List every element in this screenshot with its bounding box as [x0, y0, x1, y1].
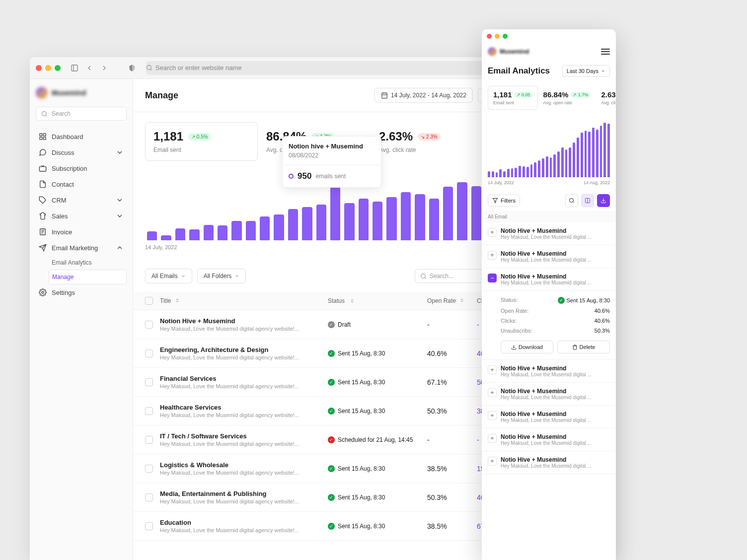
- chart-bar[interactable]: [373, 202, 382, 240]
- chart-bar[interactable]: [359, 199, 369, 240]
- chart-bar[interactable]: [585, 131, 587, 177]
- chart-bar[interactable]: [499, 169, 502, 177]
- col-title-header[interactable]: Title: [160, 297, 328, 304]
- chart-bar[interactable]: [515, 168, 517, 177]
- chart-bar[interactable]: [288, 209, 298, 240]
- chart-bar[interactable]: [553, 154, 556, 177]
- chart-bar[interactable]: [519, 166, 521, 177]
- chart-bar[interactable]: [302, 207, 312, 241]
- maximize-window-icon[interactable]: [55, 65, 61, 71]
- mobile-list-item[interactable]: + Notio Hive + Musemind Hey Maksud, Love…: [482, 428, 616, 451]
- filter-folders-button[interactable]: All Folders: [197, 269, 246, 283]
- chart-bar[interactable]: [588, 132, 591, 177]
- row-checkbox[interactable]: [145, 436, 153, 444]
- col-open-rate-header[interactable]: Open Rate: [427, 297, 477, 304]
- sidebar-item-contact[interactable]: Contact: [36, 176, 127, 192]
- chart-bar[interactable]: [557, 151, 560, 177]
- mobile-list-item[interactable]: + Notio Hive + Musemind Hey Maksud, Love…: [482, 451, 616, 474]
- sidebar-item-dashboard[interactable]: Dashboard: [36, 129, 127, 144]
- chart-bar[interactable]: [511, 168, 514, 177]
- chart-bar[interactable]: [603, 123, 606, 177]
- expand-button[interactable]: +: [488, 457, 497, 466]
- sidebar-search[interactable]: Search: [36, 107, 127, 121]
- chart-bar[interactable]: [218, 225, 227, 240]
- chart-bar[interactable]: [415, 194, 425, 240]
- mobile-stat-card[interactable]: 2.63Avg. cli: [596, 86, 616, 110]
- chart-bar[interactable]: [577, 138, 579, 177]
- expand-button[interactable]: −: [488, 274, 497, 282]
- expand-button[interactable]: +: [488, 251, 497, 260]
- filters-button[interactable]: Filters: [488, 195, 520, 207]
- close-window-icon[interactable]: [36, 65, 42, 71]
- chart-bar[interactable]: [246, 221, 256, 240]
- chart-bar[interactable]: [534, 162, 536, 177]
- chart-bar[interactable]: [561, 147, 564, 177]
- chart-bar[interactable]: [344, 203, 354, 240]
- chart-bar[interactable]: [550, 157, 552, 177]
- row-checkbox[interactable]: [145, 378, 153, 386]
- chart-bar[interactable]: [488, 171, 490, 177]
- mobile-list-item[interactable]: + Notio Hive + Musemind Hey Maksud, Love…: [482, 222, 616, 245]
- row-checkbox[interactable]: [145, 493, 153, 501]
- expand-button[interactable]: +: [488, 228, 497, 237]
- chart-bar[interactable]: [492, 171, 494, 177]
- sidebar-item-email-analytics[interactable]: Email Analytics: [49, 256, 127, 270]
- chart-bar[interactable]: [507, 169, 510, 177]
- date-filter-button[interactable]: Last 30 Days: [562, 65, 610, 77]
- mobile-list-item[interactable]: + Notio Hive + Musemind Hey Maksud, Love…: [482, 360, 616, 383]
- mobile-list-item[interactable]: + Notio Hive + Musemind Hey Maksud, Love…: [482, 406, 616, 428]
- date-range-button[interactable]: 14 July, 2022 - 14 Aug, 2022: [374, 88, 473, 103]
- expand-button[interactable]: +: [488, 411, 497, 420]
- sidebar-item-subscription[interactable]: Subscription: [36, 160, 127, 176]
- chart-bar[interactable]: [546, 156, 548, 177]
- sidebar-item-invoice[interactable]: Invoice: [36, 224, 127, 240]
- chart-bar[interactable]: [204, 225, 214, 241]
- download-button[interactable]: [597, 194, 610, 207]
- mobile-list-item[interactable]: + Notio Hive + Musemind Hey Maksud, Love…: [482, 245, 616, 268]
- chart-bar[interactable]: [471, 186, 481, 241]
- chart-bar[interactable]: [161, 235, 171, 240]
- chart-bar[interactable]: [231, 221, 241, 240]
- chart-bar[interactable]: [530, 164, 533, 177]
- search-button[interactable]: [565, 194, 578, 207]
- shield-icon[interactable]: [128, 64, 136, 72]
- row-checkbox[interactable]: [145, 350, 153, 357]
- chart-bar[interactable]: [569, 147, 571, 177]
- sidebar-item-settings[interactable]: Settings: [36, 284, 127, 300]
- chart-bar[interactable]: [443, 187, 453, 240]
- chart-bar[interactable]: [189, 229, 199, 241]
- sidebar-item-discuss[interactable]: Discuss: [36, 144, 127, 160]
- minimize-window-icon[interactable]: [495, 34, 500, 39]
- columns-button[interactable]: [581, 194, 594, 207]
- sidebar-item-crm[interactable]: CRM: [36, 192, 127, 208]
- mobile-stat-card[interactable]: 86.84%↗ 1.7%Avg. open rate: [538, 86, 596, 110]
- chart-bar[interactable]: [503, 171, 506, 177]
- chart-bar[interactable]: [175, 228, 185, 240]
- select-all-checkbox[interactable]: [145, 297, 153, 305]
- chart-bar[interactable]: [573, 142, 575, 177]
- back-icon[interactable]: [85, 64, 93, 72]
- chart-bar[interactable]: [147, 231, 157, 240]
- row-checkbox[interactable]: [145, 522, 153, 530]
- chart-bar[interactable]: [523, 166, 525, 177]
- col-status-header[interactable]: Status: [328, 297, 427, 304]
- maximize-window-icon[interactable]: [503, 34, 508, 39]
- chart-bar[interactable]: [538, 160, 540, 177]
- chart-bar[interactable]: [596, 130, 598, 177]
- chart-bar[interactable]: [592, 128, 595, 177]
- chart-bar[interactable]: [260, 216, 270, 240]
- row-checkbox[interactable]: [145, 321, 153, 329]
- sidebar-toggle-icon[interactable]: [71, 64, 78, 72]
- mobile-stat-card[interactable]: 1,181↗ 0.05Email sent: [488, 86, 538, 110]
- stat-card[interactable]: 1,181↗ 0.5%Email sent: [145, 122, 258, 161]
- sidebar-item-email-marketing[interactable]: Email Marketing: [36, 240, 127, 256]
- chart-bar[interactable]: [526, 167, 529, 177]
- menu-icon[interactable]: [601, 47, 610, 56]
- stat-card[interactable]: 2.63%↘ 2.3%Avg. click rate: [371, 122, 483, 161]
- filter-emails-button[interactable]: All Emails: [145, 269, 192, 283]
- chart-bar[interactable]: [607, 124, 610, 177]
- sidebar-item-sales[interactable]: Sales: [36, 208, 127, 224]
- download-button[interactable]: Download: [501, 341, 553, 353]
- mobile-list-item[interactable]: − Notio Hive + Musemind Hey Maksud, Love…: [482, 268, 616, 291]
- expand-button[interactable]: +: [488, 388, 497, 397]
